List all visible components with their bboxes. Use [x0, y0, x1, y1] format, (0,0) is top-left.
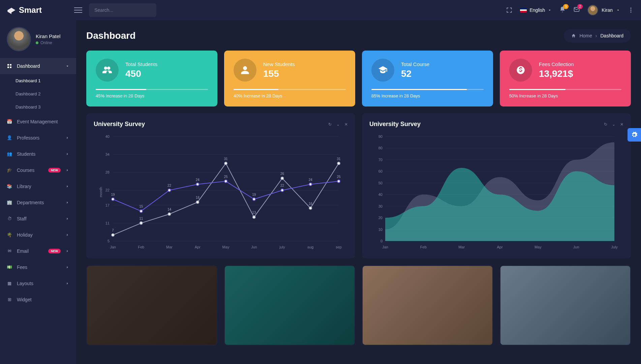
topbar: Smart English 6 2 Kiran [0, 0, 641, 20]
image-card[interactable] [86, 265, 217, 345]
chevron-right-icon [65, 184, 69, 188]
chevron-down-icon[interactable]: ⌄ [612, 122, 615, 127]
area-chart: 0102030405060708090JanFebMarAprMayJunJul… [369, 133, 623, 251]
chevron-down-icon [616, 8, 620, 12]
svg-text:Mar: Mar [458, 245, 465, 249]
svg-point-34 [112, 234, 114, 236]
fullscreen-icon[interactable] [506, 7, 513, 13]
svg-text:5: 5 [108, 239, 110, 243]
svg-rect-9 [10, 66, 11, 68]
sidebar-item-label: Fees [17, 265, 61, 270]
nav-icon: 📅 [7, 119, 12, 124]
breadcrumb: Home › Dashboard [564, 29, 631, 42]
chevron-down-icon[interactable]: ⌄ [336, 122, 340, 127]
svg-point-48 [309, 207, 312, 210]
sidebar-item-label: Courses [17, 168, 43, 173]
close-icon[interactable]: ✕ [344, 122, 348, 127]
sidebar-item-widget[interactable]: ⊞ Widget [0, 292, 76, 308]
close-icon[interactable]: ✕ [620, 122, 623, 127]
sidebar-item-courses[interactable]: 🎓 Courses NEW [0, 162, 76, 178]
refresh-icon[interactable]: ↻ [604, 122, 607, 127]
refresh-icon[interactable]: ↻ [328, 122, 332, 127]
svg-rect-7 [10, 64, 11, 66]
sidebar-item-email[interactable]: ✉ Email NEW [0, 243, 76, 259]
breadcrumb-home[interactable]: Home [579, 33, 592, 38]
svg-text:Apr: Apr [195, 245, 201, 249]
svg-point-54 [140, 210, 143, 212]
nav-icon: ⏱ [7, 216, 12, 221]
sidebar-item-library[interactable]: 📚 Library [0, 178, 76, 194]
chevron-right-icon [65, 168, 69, 172]
svg-rect-8 [7, 66, 9, 68]
svg-text:sep: sep [336, 245, 342, 249]
brand-icon [7, 5, 16, 15]
sidebar-item-event-management[interactable]: 📅 Event Management [0, 114, 76, 130]
svg-text:40: 40 [378, 192, 383, 196]
search-input[interactable] [94, 7, 153, 13]
svg-text:28: 28 [105, 170, 110, 174]
sidebar-sub-dashboard-3[interactable]: Dashboard 3 [0, 100, 76, 114]
card-value: 155 [263, 68, 295, 79]
svg-text:15: 15 [139, 205, 143, 208]
sidebar-sub-dashboard-1[interactable]: Dashboard 1 [0, 74, 76, 87]
svg-text:90: 90 [378, 134, 383, 139]
sidebar-item-label: Professors [17, 135, 61, 141]
new-badge: NEW [48, 249, 61, 253]
image-card[interactable] [500, 265, 631, 345]
user-menu[interactable]: Kiran [587, 5, 620, 16]
svg-text:10: 10 [378, 228, 383, 232]
svg-point-68 [337, 180, 340, 183]
sidebar-item-layouts[interactable]: ▦ Layouts [0, 275, 76, 292]
chevron-right-icon [65, 281, 69, 285]
svg-text:80: 80 [378, 146, 383, 150]
search-box[interactable] [89, 3, 156, 17]
profile-name: Kiran Patel [36, 33, 60, 39]
svg-text:24: 24 [196, 178, 200, 182]
sidebar-item-dashboard[interactable]: Dashboard [0, 58, 76, 74]
image-card[interactable] [362, 265, 493, 345]
sidebar-item-holiday[interactable]: 🌴 Holiday [0, 227, 76, 243]
svg-point-5 [630, 11, 631, 12]
more-icon[interactable] [628, 7, 634, 13]
nav-icon: ⊞ [7, 297, 12, 302]
chevron-right-icon [65, 136, 69, 140]
sidebar-item-professors[interactable]: 👤 Professors [0, 130, 76, 146]
chevron-right-icon [65, 265, 69, 269]
svg-text:Feb: Feb [138, 245, 144, 249]
svg-text:25: 25 [224, 175, 228, 179]
sidebar-item-label: Departments [17, 200, 61, 205]
stat-card: New Students 155 40% Increase in 28 Days [224, 51, 355, 107]
card-value: 52 [401, 68, 429, 79]
panel-title: University Survey [369, 121, 421, 128]
messages-button[interactable]: 2 [573, 6, 580, 14]
sidebar-item-label: Students [17, 151, 61, 157]
language-selector[interactable]: English [520, 7, 552, 13]
svg-text:24: 24 [309, 178, 313, 182]
svg-text:7: 7 [112, 229, 114, 232]
notifications-button[interactable]: 6 [559, 6, 566, 14]
svg-text:20: 20 [378, 216, 383, 220]
image-card[interactable] [224, 265, 355, 345]
sidebar-item-fees[interactable]: 💵 Fees [0, 259, 76, 275]
svg-text:19: 19 [111, 193, 115, 196]
svg-text:70: 70 [378, 158, 383, 162]
settings-fab[interactable] [628, 128, 641, 142]
avatar [7, 27, 31, 51]
brand-logo[interactable]: Smart [7, 5, 74, 15]
menu-toggle[interactable] [74, 6, 82, 14]
svg-text:26: 26 [280, 172, 284, 176]
sidebar-item-departments[interactable]: 🏢 Departments [0, 194, 76, 211]
svg-text:16: 16 [309, 202, 313, 206]
sidebar-sub-dashboard-2[interactable]: Dashboard 2 [0, 87, 76, 100]
line-chart: 5111722283440JanFebMarAprMayJunjulyaugse… [94, 133, 348, 251]
progress-bar [234, 89, 346, 90]
sidebar-item-staff[interactable]: ⏱ Staff [0, 211, 76, 227]
language-label: English [529, 7, 545, 13]
svg-point-66 [309, 183, 312, 186]
sidebar-item-label: Layouts [17, 281, 61, 286]
nav-icon: 💵 [7, 265, 12, 270]
sidebar-item-students[interactable]: 👥 Students [0, 146, 76, 162]
sidebar-item-label: Email [17, 248, 43, 254]
chevron-right-icon: › [596, 33, 597, 38]
mail-badge: 2 [577, 4, 583, 9]
